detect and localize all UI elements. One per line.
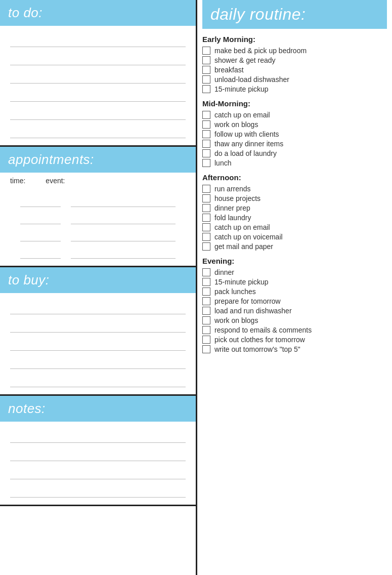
routine-item-3-2[interactable]: pack lunches [202,288,387,296]
routine-item-3-6[interactable]: respond to emails & comments [202,326,387,334]
routine-item-3-1[interactable]: 15-minute pickup [202,278,387,286]
appt-time-2[interactable] [20,209,61,224]
checkbox-3-4[interactable] [202,307,210,315]
routine-item-label-0-0: make bed & pick up bedroom [214,47,307,55]
todo-line-3[interactable] [10,67,186,84]
checkbox-1-2[interactable] [202,130,210,138]
todo-line-4[interactable] [10,86,186,102]
checkbox-2-2[interactable] [202,204,210,212]
checkbox-2-1[interactable] [202,194,210,202]
routine-item-2-1[interactable]: house projects [202,194,387,202]
appt-time-3[interactable] [20,226,61,241]
appt-time-1[interactable] [20,192,61,207]
routine-item-1-1[interactable]: work on blogs [202,120,387,129]
routine-item-0-4[interactable]: 15-minute pickup [202,85,387,93]
appt-row-4 [10,243,186,259]
routine-item-1-5[interactable]: lunch [202,159,387,167]
notes-line-1[interactable] [10,427,186,443]
routine-item-3-4[interactable]: load and run dishwasher [202,307,387,315]
routine-item-3-7[interactable]: pick out clothes for tomorrow [202,336,387,344]
routine-item-1-2[interactable]: follow up with clients [202,130,387,138]
tobuy-line-2[interactable] [10,316,186,333]
routine-item-2-6[interactable]: get mail and paper [202,242,387,251]
checkbox-0-0[interactable] [202,47,210,55]
routine-item-1-4[interactable]: do a load of laundry [202,149,387,157]
notes-line-3[interactable] [10,463,186,479]
routine-item-label-0-1: shower & get ready [214,56,276,64]
routine-item-0-2[interactable]: breakfast [202,66,387,74]
routine-section-title-3: Evening: [202,257,387,265]
checkbox-0-2[interactable] [202,66,210,74]
checkbox-0-4[interactable] [202,85,210,93]
checkbox-2-3[interactable] [202,214,210,222]
notes-lines [0,422,196,505]
appt-event-1[interactable] [71,192,176,207]
checkbox-0-3[interactable] [202,75,210,84]
routine-item-3-0[interactable]: dinner [202,268,387,276]
routine-item-1-0[interactable]: catch up on email [202,111,387,119]
routine-item-2-0[interactable]: run arrends [202,185,387,193]
appt-event-2[interactable] [71,209,176,224]
checkbox-0-1[interactable] [202,56,210,64]
routine-item-label-2-6: get mail and paper [214,242,273,251]
routine-item-label-3-8: write out tomorrow's "top 5" [214,345,300,353]
checkbox-2-6[interactable] [202,242,210,251]
checkbox-3-1[interactable] [202,278,210,286]
routine-item-3-8[interactable]: write out tomorrow's "top 5" [202,345,387,353]
checkbox-2-5[interactable] [202,233,210,241]
routine-item-label-0-3: unload-load dishwasher [214,75,289,84]
checkbox-1-1[interactable] [202,120,210,129]
routine-item-2-4[interactable]: catch up on email [202,223,387,231]
appt-row-2 [10,209,186,224]
tobuy-line-1[interactable] [10,298,186,314]
routine-item-label-1-4: do a load of laundry [214,149,277,157]
checkbox-3-7[interactable] [202,336,210,344]
notes-header: notes: [0,396,196,422]
appt-time-4[interactable] [20,243,61,259]
routine-section-title-1: Mid-Morning: [202,99,387,108]
todo-line-2[interactable] [10,49,186,65]
routine-item-label-3-3: prepare for tomorrow [214,297,281,305]
checkbox-1-5[interactable] [202,159,210,167]
routine-item-3-5[interactable]: work on blogs [202,316,387,324]
checkbox-1-3[interactable] [202,140,210,148]
checkbox-2-0[interactable] [202,185,210,193]
checkbox-1-0[interactable] [202,111,210,119]
routine-item-label-2-3: fold laundry [214,214,251,222]
checkbox-1-4[interactable] [202,149,210,157]
notes-line-2[interactable] [10,445,186,461]
routine-item-label-1-1: work on blogs [214,120,258,129]
checkbox-3-0[interactable] [202,268,210,276]
checkbox-2-4[interactable] [202,223,210,231]
notes-line-4[interactable] [10,481,186,498]
appt-event-3[interactable] [71,226,176,241]
routine-item-3-3[interactable]: prepare for tomorrow [202,297,387,305]
tobuy-line-5[interactable] [10,371,186,387]
routine-item-0-0[interactable]: make bed & pick up bedroom [202,47,387,55]
todo-line-1[interactable] [10,31,186,47]
checkbox-3-5[interactable] [202,316,210,324]
checkbox-3-8[interactable] [202,345,210,353]
routine-item-0-3[interactable]: unload-load dishwasher [202,75,387,84]
routine-item-2-5[interactable]: catch up on voicemail [202,233,387,241]
appt-event-4[interactable] [71,243,176,259]
routine-item-0-1[interactable]: shower & get ready [202,56,387,64]
routine-item-label-3-1: 15-minute pickup [214,278,269,286]
checkbox-3-2[interactable] [202,288,210,296]
checkbox-3-3[interactable] [202,297,210,305]
time-label: time: [10,177,25,185]
routine-item-2-3[interactable]: fold laundry [202,214,387,222]
routine-item-label-0-2: breakfast [214,66,244,74]
routine-item-label-3-7: pick out clothes for tomorrow [214,336,305,344]
routine-item-2-2[interactable]: dinner prep [202,204,387,212]
tobuy-line-4[interactable] [10,353,186,369]
checkbox-3-6[interactable] [202,326,210,334]
todo-line-6[interactable] [10,122,186,138]
routine-item-1-3[interactable]: thaw any dinner items [202,140,387,148]
routine-section-title-2: Afternoon: [202,173,387,182]
todo-line-5[interactable] [10,104,186,120]
routine-item-label-1-5: lunch [214,159,231,167]
right-column: daily routine: Early Morning:make bed & … [197,0,392,575]
routine-item-label-1-2: follow up with clients [214,130,279,138]
tobuy-line-3[interactable] [10,335,186,351]
